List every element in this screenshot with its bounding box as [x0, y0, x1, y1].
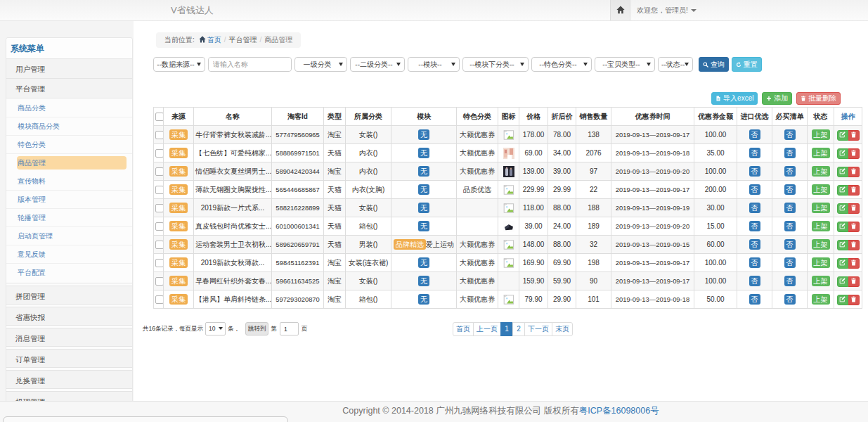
delete-button[interactable]	[848, 185, 860, 196]
sidebar-section-4[interactable]: 消息管理	[6, 328, 132, 347]
row-checkbox[interactable]	[155, 241, 164, 249]
nav-home-button[interactable]	[610, 0, 630, 20]
cell-cb	[154, 162, 164, 181]
page-button-末页[interactable]: 末页	[552, 322, 573, 336]
delete-button[interactable]	[848, 240, 860, 250]
page-button-首页[interactable]: 首页	[453, 322, 474, 336]
name-search-input[interactable]	[209, 58, 291, 71]
edit-button[interactable]	[837, 203, 848, 214]
sidebar-section-1[interactable]: 平台管理	[6, 79, 132, 98]
cell-coupon_amount: 30.00	[694, 199, 737, 217]
cell-type: 淘宝	[324, 254, 346, 272]
broken-image-icon	[503, 130, 514, 138]
icp-link[interactable]: 粤ICP备16098006号	[579, 406, 659, 416]
row-checkbox[interactable]	[155, 186, 164, 194]
coupon_amount-value: 200.00	[705, 186, 727, 193]
coupon_time-value: 2019-09-13—2019-09-18	[616, 149, 689, 157]
cell-feature: 大额优惠券	[457, 236, 498, 254]
sidebar-section-7[interactable]: 提现管理	[6, 391, 132, 401]
row-checkbox[interactable]	[155, 167, 164, 176]
row-checkbox[interactable]	[155, 204, 164, 212]
sidebar-item-7[interactable]: 启动页管理	[6, 227, 132, 245]
row-checkbox[interactable]	[155, 259, 164, 267]
jump-page-input[interactable]	[280, 322, 299, 335]
row-checkbox[interactable]	[155, 149, 164, 158]
product-table-wrap: 来源名称淘客Id类型所属分类模块特色分类图标价格折后价销售数量优惠券时间优惠券金…	[153, 107, 862, 309]
import-excel-button[interactable]: 导入excel	[711, 92, 758, 105]
row-checkbox[interactable]	[155, 131, 164, 139]
sidebar-section-2[interactable]: 拼团管理	[6, 286, 132, 305]
cell-price: 178.00	[519, 126, 548, 144]
filter-select-item-type[interactable]: --宝贝类型--	[595, 57, 655, 72]
delete-button[interactable]	[848, 222, 860, 232]
add-button[interactable]: 添加	[762, 92, 792, 105]
cell-tkid: 596611634525	[272, 272, 324, 290]
filter-select-data-source[interactable]: --数据来源--	[153, 57, 205, 72]
source-badge: 采集	[169, 148, 188, 158]
edit-button[interactable]	[837, 276, 848, 287]
cell-source: 采集	[164, 199, 194, 217]
delete-button[interactable]	[848, 258, 860, 269]
delete-button[interactable]	[848, 167, 860, 177]
cell-imported: 否	[737, 181, 772, 199]
module-none-badge: 无	[418, 184, 429, 195]
user-menu[interactable]: 欢迎您，管理员!	[637, 0, 697, 20]
edit-button[interactable]	[837, 222, 848, 232]
select-all-checkbox[interactable]	[155, 113, 164, 121]
filter-select-module-sub-category[interactable]: --模块下分类--	[462, 57, 529, 72]
sidebar-item-8[interactable]: 意见反馈	[6, 245, 132, 264]
edit-button[interactable]	[837, 167, 848, 177]
reset-button[interactable]: 重置	[732, 57, 762, 72]
sidebar-section-label: 消息管理	[15, 334, 45, 343]
sidebar-item-6[interactable]: 轮播管理	[6, 209, 132, 227]
filter-select-level1-category[interactable]: 一级分类	[294, 57, 347, 72]
sidebar-item-3[interactable]: 商品管理	[6, 154, 132, 172]
row-checkbox[interactable]	[155, 222, 164, 231]
edit-button[interactable]	[837, 258, 848, 269]
edit-button[interactable]	[837, 295, 848, 305]
edit-button[interactable]	[837, 148, 848, 159]
cell-sales: 138	[576, 126, 611, 144]
delete-button[interactable]	[848, 295, 860, 305]
filter-select-module[interactable]: --模块--	[408, 57, 460, 72]
search-button[interactable]: 查询	[699, 57, 729, 72]
sidebar-section-0[interactable]: 用户管理	[6, 59, 132, 79]
page-button-上一页[interactable]: 上一页	[473, 322, 501, 336]
sidebar-item-1[interactable]: 模块商品分类	[6, 117, 132, 136]
row-checkbox[interactable]	[155, 295, 164, 304]
sidebar-item-2[interactable]: 特色分类	[6, 136, 132, 154]
breadcrumb-home-link[interactable]: 首页	[207, 36, 221, 44]
sidebar-item-5[interactable]: 版本管理	[6, 191, 132, 209]
sidebar-section-3[interactable]: 省惠快报	[6, 307, 132, 326]
sidebar-item-0[interactable]: 商品分类	[6, 99, 132, 117]
filter-select-status[interactable]: --状态--	[658, 57, 693, 72]
cell-must_buy: 否	[772, 290, 808, 309]
row-checkbox[interactable]	[155, 277, 164, 286]
column-header-label: 价格	[526, 113, 540, 120]
sidebar-item-4[interactable]: 宣传物料	[6, 172, 132, 191]
filter-select-level2-category[interactable]: --二级分类--	[350, 57, 405, 72]
delete-button[interactable]	[848, 276, 860, 287]
edit-button[interactable]	[837, 185, 848, 196]
cell-type: 淘宝	[324, 162, 346, 181]
edit-button[interactable]	[837, 130, 848, 141]
sidebar-section-6[interactable]: 兑换管理	[6, 370, 132, 389]
batch-delete-button[interactable]: 批量删除	[796, 92, 841, 105]
delete-button[interactable]	[848, 130, 860, 141]
page-size-select[interactable]: 10	[205, 322, 226, 335]
page-button-1[interactable]: 1	[500, 322, 513, 336]
module-text: 爱上运动	[426, 241, 454, 248]
cell-actions	[834, 272, 862, 290]
cell-sales: 101	[576, 290, 611, 309]
page-button-2[interactable]: 2	[512, 322, 525, 336]
delete-button[interactable]	[848, 148, 860, 159]
sidebar-item-9[interactable]: 平台配置	[6, 264, 132, 282]
jump-button[interactable]: 跳转到	[245, 322, 269, 335]
edit-button[interactable]	[837, 240, 848, 250]
must-buy-badge: 否	[784, 257, 796, 268]
cell-imported: 否	[737, 236, 772, 254]
sidebar-section-5[interactable]: 订单管理	[6, 349, 132, 368]
page-button-下一页[interactable]: 下一页	[524, 322, 552, 336]
delete-button[interactable]	[848, 203, 860, 214]
filter-select-feature-category[interactable]: --特色分类--	[531, 57, 592, 72]
